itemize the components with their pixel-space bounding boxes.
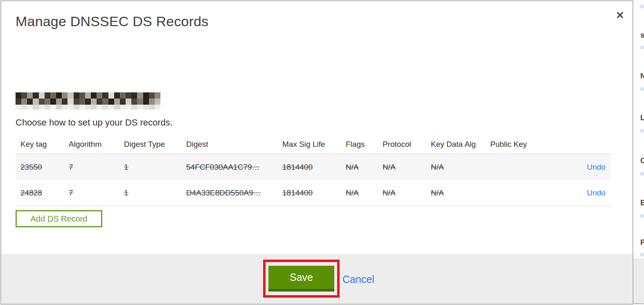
redaction-pixel [91, 92, 97, 99]
redaction-pixel [16, 105, 21, 110]
redaction-pixel [91, 105, 97, 110]
redaction-pixel [120, 105, 126, 110]
table-header-row: Key tagAlgorithmDigest TypeDigestMax Sig… [16, 135, 611, 154]
table-cell: N/A [431, 163, 490, 172]
redaction-pixel [120, 99, 126, 105]
table-row: 2482871D4A33E8DD550A9…1814400N/AN/AN/AUn… [16, 180, 611, 206]
table-cell: 1814400 [282, 188, 346, 197]
redaction-pixel [137, 92, 143, 99]
undo-link[interactable]: Undo [587, 188, 606, 197]
redaction-pixel [68, 99, 73, 105]
redaction-pixel [79, 99, 85, 105]
table-header-cell: Digest [186, 140, 282, 149]
close-icon[interactable]: ✕ [616, 10, 624, 20]
table-header-cell: Public Key [490, 140, 547, 149]
table-cell: 1 [124, 163, 186, 172]
redaction-pixel [39, 105, 45, 110]
dnssec-ds-records-modal: Manage DNSSEC DS Records ✕ Choose how to… [0, 0, 633, 305]
table-cell: 54FCF030AA1C79… [186, 163, 282, 172]
redaction-pixel [16, 99, 21, 105]
background-text-fragment: o [640, 43, 644, 50]
save-button[interactable]: Save [268, 266, 334, 292]
background-text-fragment: N [640, 72, 644, 81]
screen: osoNoLoCoEoPo Manage DNSSEC DS Records ✕… [0, 0, 644, 305]
redaction-pixel [114, 99, 120, 105]
table-cell: N/A [346, 163, 383, 172]
redaction-pixel [62, 105, 68, 110]
redaction-pixel [91, 99, 97, 105]
background-text-fragment: o [640, 212, 644, 219]
redaction-pixel [155, 99, 160, 105]
table-cell: 24828 [16, 188, 69, 197]
redaction-pixel [33, 99, 38, 105]
redaction-pixel [102, 92, 108, 99]
redaction-pixel [149, 92, 155, 99]
modal-footer: Save Cancel [1, 254, 633, 304]
redaction-pixel [137, 105, 143, 110]
undo-link[interactable]: Undo [587, 163, 606, 171]
domain-name-redacted [16, 92, 160, 110]
redaction-pixel [155, 105, 160, 110]
redaction-pixel [39, 99, 45, 105]
redaction-pixel [149, 105, 155, 110]
redaction-pixel [50, 99, 56, 105]
table-cell: N/A [346, 188, 383, 197]
background-text-fragment: E [640, 199, 644, 207]
redaction-pixel [33, 105, 38, 110]
redaction-pixel [56, 105, 62, 110]
add-ds-record-button[interactable]: Add DS Record [16, 210, 102, 227]
redaction-pixel [108, 92, 114, 99]
redaction-pixel [126, 105, 131, 110]
redaction-pixel [45, 105, 50, 110]
redaction-pixel [108, 99, 114, 105]
cancel-link[interactable]: Cancel [342, 274, 374, 285]
table-header-cell: Key tag [16, 140, 69, 149]
table-body: 235507154FCF030AA1C79…1814400N/AN/AN/AUn… [16, 154, 611, 206]
redaction-pixel [149, 99, 155, 105]
table-cell: 1814400 [282, 163, 346, 172]
background-text-fragment: o [640, 85, 644, 92]
setup-instruction-text: Choose how to set up your DS records. [16, 117, 173, 128]
redaction-pixel [62, 99, 68, 105]
redaction-pixel [79, 105, 85, 110]
redaction-pixel [85, 92, 91, 99]
redaction-pixel [74, 105, 79, 110]
redaction-pixel [33, 92, 38, 99]
table-header-cell: Algorithm [69, 140, 124, 149]
background-text-fragment: L [640, 114, 644, 122]
annotation-highlight-box: Save [263, 260, 340, 298]
redaction-pixel [68, 105, 73, 110]
redaction-pixel [97, 105, 102, 110]
redaction-pixel [74, 92, 79, 99]
background-text-fragment: s [640, 31, 644, 40]
redaction-pixel [143, 105, 149, 110]
table-cell: 7 [69, 163, 124, 172]
background-text-fragment: o [640, 170, 644, 177]
redaction-pixel [21, 99, 27, 105]
redaction-pixel [39, 92, 45, 99]
table-header-cell: Flags [346, 140, 383, 149]
redaction-pixel [97, 99, 102, 105]
table-header-cell: Key Data Alg [431, 140, 490, 149]
redaction-pixel [85, 105, 91, 110]
background-text-fragment: o [640, 251, 644, 258]
redaction-pixel [56, 92, 62, 99]
background-text-fragment: P [640, 238, 644, 247]
table-header-cell: Max Sig Life [282, 140, 346, 149]
redaction-pixel [74, 99, 79, 105]
redaction-pixel [45, 99, 50, 105]
redaction-pixel [50, 92, 56, 99]
redaction-pixel [143, 99, 149, 105]
redaction-pixel [155, 92, 160, 99]
table-row: 235507154FCF030AA1C79…1814400N/AN/AN/AUn… [16, 154, 611, 180]
redaction-pixel [108, 105, 114, 110]
redaction-pixel [97, 92, 102, 99]
table-cell: 23550 [16, 163, 69, 172]
redaction-pixel [45, 92, 50, 99]
table-cell: N/A [383, 163, 431, 172]
redaction-pixel [85, 99, 91, 105]
table-cell: D4A33E8DD550A9… [186, 188, 282, 197]
redaction-pixel [114, 105, 120, 110]
redaction-pixel [62, 92, 68, 99]
background-text-fragment: C [640, 157, 644, 165]
